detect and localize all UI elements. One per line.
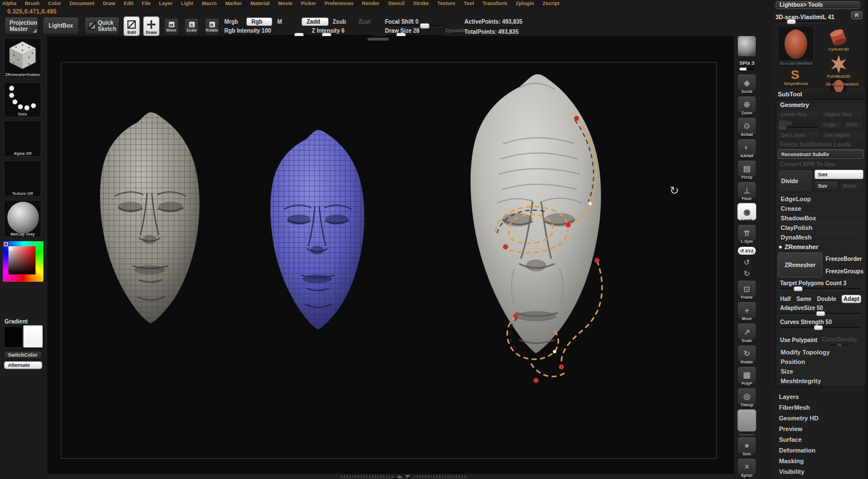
m-button[interactable]: M [277, 19, 282, 25]
geometry-group-header[interactable]: EdgeLoop [778, 194, 863, 203]
edit-button[interactable]: Edit [123, 16, 140, 36]
actual-button[interactable]: Actual [736, 117, 758, 138]
sculpt-canvas[interactable]: ↻ [47, 36, 734, 479]
solo-button[interactable]: Solo [736, 437, 758, 457]
local-button[interactable]: Local [736, 203, 758, 223]
menu-item[interactable]: Marker [225, 1, 242, 7]
menu-item[interactable]: Brush [25, 1, 39, 7]
wireframe-head-purple[interactable] [242, 90, 389, 371]
switch-color-button[interactable]: SwitchColor [4, 351, 42, 359]
menu-item[interactable]: Edit [124, 1, 134, 7]
r-button[interactable]: R [851, 11, 862, 19]
half-button[interactable]: Half [780, 296, 791, 302]
xpose-button[interactable]: Xpose [736, 458, 758, 478]
aahalf-button[interactable]: AAHalf [736, 139, 758, 159]
bottom-tray-divider[interactable] [47, 474, 734, 479]
rotate-button-top[interactable]: R Rotate [205, 18, 219, 36]
subpalette-header[interactable]: Geometry HD [776, 413, 866, 424]
dynamic-button[interactable]: Dynamic [736, 409, 758, 436]
tool-thumb-polymesh3d[interactable] [827, 54, 850, 74]
menu-item[interactable]: Stroke [413, 1, 429, 7]
reconstruct-subdiv-button[interactable]: Reconstruct Subdiv [778, 149, 863, 159]
projection-master-button[interactable]: Projection Master [5, 17, 38, 34]
suv-toggle[interactable]: Suv [814, 181, 838, 190]
divider-up-arrow[interactable] [397, 475, 402, 478]
quick-sketch-button[interactable]: Quick Sketch [85, 17, 119, 34]
current-tool-slider[interactable]: 3D-scan-VlastimiL 41 R [776, 11, 866, 25]
frame-button[interactable]: Frame [736, 280, 758, 300]
spin-cw-icon[interactable] [736, 269, 758, 280]
alpha-selector[interactable]: Alpha Off [4, 121, 41, 157]
menu-item[interactable]: Light [181, 1, 193, 7]
tool-slider-knob[interactable] [787, 19, 796, 24]
subpalette-header[interactable]: Surface [776, 434, 866, 445]
rgb-button[interactable]: Rgb [246, 17, 272, 26]
geometry-group-header[interactable]: Crease [778, 203, 863, 213]
saturation-square[interactable] [8, 246, 36, 274]
divide-button[interactable]: Divide [778, 170, 813, 192]
menu-item[interactable]: Layer [159, 1, 172, 7]
same-button[interactable]: Same [796, 296, 812, 302]
color-picker[interactable] [3, 241, 43, 282]
spin-ccw-icon[interactable] [736, 258, 758, 268]
subtool-section-header[interactable]: SubTool [776, 90, 866, 98]
tool-slider-track[interactable] [776, 21, 826, 23]
lightbox-tools-header[interactable]: Lightbox> Tools [776, 1, 860, 9]
geometry-section-header[interactable]: Geometry [778, 101, 863, 110]
geometry-group-header[interactable]: Position [778, 357, 863, 366]
dynamic-toggle[interactable]: Dynamic [445, 28, 467, 33]
geometry-group-header[interactable]: ClayPolish [778, 223, 863, 232]
mrgb-button[interactable]: Mrgb [224, 19, 238, 25]
menu-item[interactable]: Zplugin [516, 1, 534, 7]
move-button-top[interactable]: M Move [164, 18, 179, 36]
tool-panel-scrollbar[interactable] [865, 0, 868, 479]
gradient-toggle[interactable]: Gradient [5, 318, 28, 325]
scroll-button[interactable]: Scroll [736, 74, 758, 94]
menu-item[interactable]: Render [362, 1, 379, 7]
target-polygons-slider[interactable] [780, 288, 861, 290]
menu-item[interactable]: File [142, 1, 151, 7]
draw-button[interactable]: Draw [143, 16, 160, 36]
target-polygons-knob[interactable] [794, 286, 803, 291]
polyf-button[interactable]: PolyF [736, 366, 758, 387]
rotate-gizmo-icon[interactable]: ↻ [670, 184, 679, 197]
move-button[interactable]: Move [736, 301, 758, 322]
tool-thumb-simplebrush[interactable]: S [783, 66, 806, 81]
menu-item[interactable]: Alpha [2, 1, 16, 7]
menu-item[interactable]: Zscript [543, 1, 560, 7]
focal-shift-knob[interactable] [420, 23, 429, 29]
menu-item[interactable]: Color [48, 1, 61, 7]
lightbox-button[interactable]: LightBox [43, 17, 79, 34]
main-color-swatch[interactable] [4, 326, 23, 348]
adapt-toggle[interactable]: Adapt [842, 295, 861, 303]
menu-item[interactable]: Movie [278, 1, 293, 7]
scale-button-top[interactable]: S Scale [184, 18, 199, 36]
floor-button[interactable]: Floor [736, 181, 758, 202]
zoom-button[interactable]: Zoom [736, 96, 758, 116]
curves-strength-slider[interactable] [780, 327, 861, 329]
divider-down-arrow[interactable] [405, 475, 410, 478]
zadd-button[interactable]: Zadd [302, 17, 329, 26]
lsym-button[interactable]: L.Sym [736, 224, 758, 245]
wireframe-head-gray[interactable] [70, 78, 225, 360]
menu-item[interactable]: Picker [301, 1, 316, 7]
menu-item[interactable]: Stencil [388, 1, 405, 7]
zremesher-button[interactable]: ZRemesher [778, 252, 822, 277]
subpalette-header[interactable]: Deformation [776, 445, 866, 456]
rotate-button[interactable]: Rotate [736, 345, 758, 365]
menu-item[interactable]: Transform [482, 1, 507, 7]
sculpt-head-active[interactable] [431, 62, 634, 408]
subpalette-header[interactable]: Preview [776, 424, 866, 434]
texture-selector[interactable]: Texture Off [4, 161, 41, 197]
brush-selector[interactable]: ZRemesherGuides [4, 38, 41, 78]
subpalette-header[interactable]: Masking [776, 456, 866, 467]
double-button[interactable]: Double [817, 296, 836, 302]
adaptive-size-knob[interactable] [816, 311, 825, 316]
geometry-group-header[interactable]: Size [778, 366, 863, 376]
zsub-button[interactable]: Zsub [333, 19, 346, 25]
material-selector[interactable]: MatCap Gray [4, 200, 41, 237]
xyz-button[interactable]: XYZ [736, 246, 758, 257]
alternate-button[interactable]: Alternate [4, 361, 42, 369]
menu-item[interactable]: Preferences [325, 1, 354, 7]
subpalette-header[interactable]: FiberMesh [776, 402, 866, 413]
